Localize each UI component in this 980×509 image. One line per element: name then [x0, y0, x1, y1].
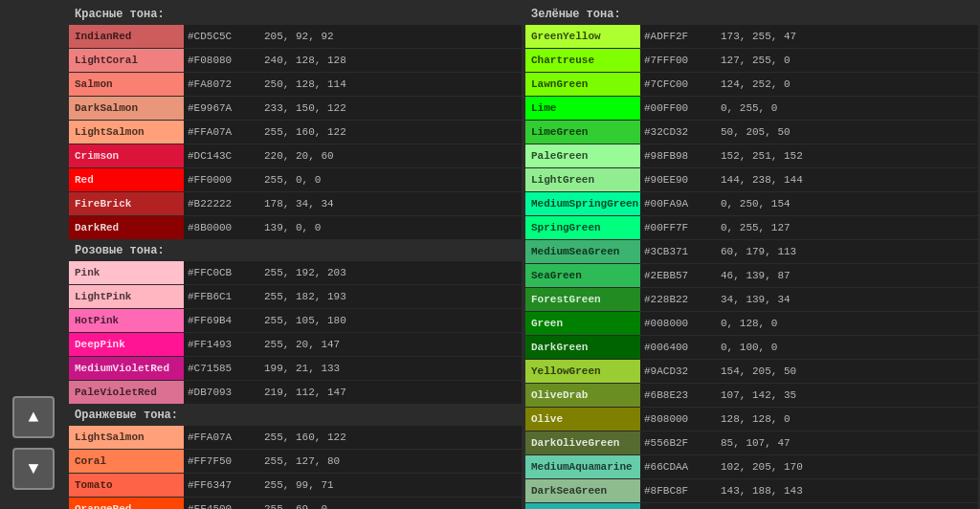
color-row[interactable]: OrangeRed#FF4500255, 69, 0 [69, 498, 522, 509]
color-row[interactable]: Lime#00FF000, 255, 0 [525, 97, 978, 120]
color-row[interactable]: HotPink#FF69B4255, 105, 180 [69, 309, 522, 332]
color-swatch: MediumSeaGreen [525, 240, 640, 263]
color-swatch: GreenYellow [525, 25, 640, 48]
color-rgb: 32, 178, 170 [717, 503, 978, 509]
left-column: Красные тона:IndianRed#CD5C5C205, 92, 92… [67, 0, 523, 509]
color-row[interactable]: MediumSeaGreen#3CB37160, 179, 113 [525, 240, 978, 263]
color-swatch: DarkGreen [525, 336, 640, 359]
color-swatch: IndianRed [69, 25, 184, 48]
color-hex: #98FB98 [640, 144, 717, 167]
color-rgb: 255, 160, 122 [260, 426, 522, 449]
color-swatch: LightGreen [525, 168, 640, 191]
color-row[interactable]: LawnGreen#7CFC00124, 252, 0 [525, 73, 978, 96]
color-swatch: Red [69, 168, 184, 191]
color-row[interactable]: MediumSpringGreen#00FA9A0, 250, 154 [525, 192, 978, 215]
color-swatch: DarkOliveGreen [525, 432, 640, 454]
color-row[interactable]: GreenYellow#ADFF2F173, 255, 47 [525, 25, 978, 48]
color-hex: #FFA07A [184, 426, 260, 449]
color-rgb: 107, 142, 35 [717, 384, 978, 407]
color-row[interactable]: PaleGreen#98FB98152, 251, 152 [525, 144, 978, 167]
color-row[interactable]: FireBrick#B22222178, 34, 34 [69, 192, 522, 215]
color-row[interactable]: DarkSalmon#E9967A233, 150, 122 [69, 97, 522, 120]
color-rgb: 255, 105, 180 [260, 309, 522, 332]
color-row[interactable]: MediumAquamarine#66CDAA102, 205, 170 [525, 455, 978, 478]
color-row[interactable]: OliveDrab#6B8E23107, 142, 35 [525, 384, 978, 407]
color-rgb: 255, 160, 122 [260, 121, 522, 144]
color-rgb: 255, 192, 203 [260, 261, 522, 284]
color-hex: #6B8E23 [640, 384, 717, 407]
color-row[interactable]: LightSalmon#FFA07A255, 160, 122 [69, 121, 522, 144]
color-hex: #FF7F50 [184, 450, 260, 473]
color-row[interactable]: MediumVioletRed#C71585199, 21, 133 [69, 357, 522, 380]
color-hex: #FF0000 [184, 168, 260, 191]
color-rgb: 124, 252, 0 [717, 73, 978, 96]
color-row[interactable]: Crimson#DC143C220, 20, 60 [69, 144, 522, 167]
color-row[interactable]: LimeGreen#32CD3250, 205, 50 [525, 121, 978, 144]
color-swatch: DeepPink [69, 333, 184, 356]
color-row[interactable]: LightSeaGreen#20B2AA32, 178, 170 [525, 503, 978, 509]
color-row[interactable]: Tomato#FF6347255, 99, 71 [69, 474, 522, 497]
color-row[interactable]: ForestGreen#228B2234, 139, 34 [525, 288, 978, 311]
color-rgb: 255, 182, 193 [260, 285, 522, 308]
color-row[interactable]: Coral#FF7F50255, 127, 80 [69, 450, 522, 473]
color-swatch: LightCoral [69, 49, 184, 72]
color-row[interactable]: Chartreuse#7FFF00127, 255, 0 [525, 49, 978, 72]
color-row[interactable]: Pink#FFC0CB255, 192, 203 [69, 261, 522, 284]
color-row[interactable]: YellowGreen#9ACD32154, 205, 50 [525, 360, 978, 383]
color-row[interactable]: SpringGreen#00FF7F0, 255, 127 [525, 216, 978, 239]
color-swatch: LawnGreen [525, 73, 640, 96]
color-row[interactable]: Green#0080000, 128, 0 [525, 312, 978, 335]
color-hex: #CD5C5C [184, 25, 260, 48]
color-hex: #006400 [640, 336, 717, 359]
color-row[interactable]: DarkRed#8B0000139, 0, 0 [69, 216, 522, 239]
color-hex: #808000 [640, 408, 717, 431]
scroll-up-button[interactable]: ▲ [12, 396, 55, 438]
color-swatch: MediumVioletRed [69, 357, 184, 380]
color-row[interactable]: LightPink#FFB6C1255, 182, 193 [69, 285, 522, 308]
color-swatch: YellowGreen [525, 360, 640, 383]
color-swatch: Crimson [69, 144, 184, 167]
scroll-down-button[interactable]: ▼ [12, 448, 55, 490]
color-row[interactable]: LightCoral#F08080240, 128, 128 [69, 49, 522, 72]
color-rgb: 0, 255, 0 [717, 97, 978, 120]
color-row[interactable]: Salmon#FA8072250, 128, 114 [69, 73, 522, 96]
color-rgb: 127, 255, 0 [717, 49, 978, 72]
color-hex: #9ACD32 [640, 360, 717, 383]
color-row[interactable]: DarkGreen#0064000, 100, 0 [525, 336, 978, 359]
color-row[interactable]: LightSalmon#FFA07A255, 160, 122 [69, 426, 522, 449]
color-swatch: LightPink [69, 285, 184, 308]
color-row[interactable]: SeaGreen#2EBB5746, 139, 87 [525, 264, 978, 287]
color-swatch: Tomato [69, 474, 184, 497]
color-hex: #00FA9A [640, 192, 717, 215]
color-hex: #FF69B4 [184, 309, 260, 332]
color-hex: #8FBC8F [640, 479, 717, 502]
color-hex: #66CDAA [640, 455, 717, 478]
color-row[interactable]: IndianRed#CD5C5C205, 92, 92 [69, 25, 522, 48]
color-hex: #90EE90 [640, 168, 717, 191]
color-row[interactable]: DeepPink#FF1493255, 20, 147 [69, 333, 522, 356]
color-hex: #C71585 [184, 357, 260, 380]
right-column: Зелёные тона:GreenYellow#ADFF2F173, 255,… [523, 0, 980, 509]
color-hex: #FA8072 [184, 73, 260, 96]
color-rgb: 255, 127, 80 [260, 450, 522, 473]
color-row[interactable]: LightGreen#90EE90144, 238, 144 [525, 168, 978, 191]
color-row[interactable]: Olive#808000128, 128, 0 [525, 408, 978, 431]
color-hex: #00FF00 [640, 97, 717, 120]
color-row[interactable]: DarkOliveGreen#556B2F85, 107, 47 [525, 432, 978, 454]
color-row[interactable]: Red#FF0000255, 0, 0 [69, 168, 522, 191]
section-header: Розовые тона: [69, 240, 522, 261]
content-area: Красные тона:IndianRed#CD5C5C205, 92, 92… [67, 0, 980, 509]
color-rgb: 60, 179, 113 [717, 240, 978, 263]
color-row[interactable]: DarkSeaGreen#8FBC8F143, 188, 143 [525, 479, 978, 502]
color-rgb: 0, 255, 127 [717, 216, 978, 239]
color-row[interactable]: PaleVioletRed#DB7093219, 112, 147 [69, 381, 522, 404]
color-swatch: SpringGreen [525, 216, 640, 239]
color-rgb: 233, 150, 122 [260, 97, 522, 120]
color-hex: #7CFC00 [640, 73, 717, 96]
color-swatch: LightSalmon [69, 426, 184, 449]
color-hex: #556B2F [640, 432, 717, 454]
color-rgb: 255, 20, 147 [260, 333, 522, 356]
color-hex: #ADFF2F [640, 25, 717, 48]
color-rgb: 139, 0, 0 [260, 216, 522, 239]
color-rgb: 250, 128, 114 [260, 73, 522, 96]
